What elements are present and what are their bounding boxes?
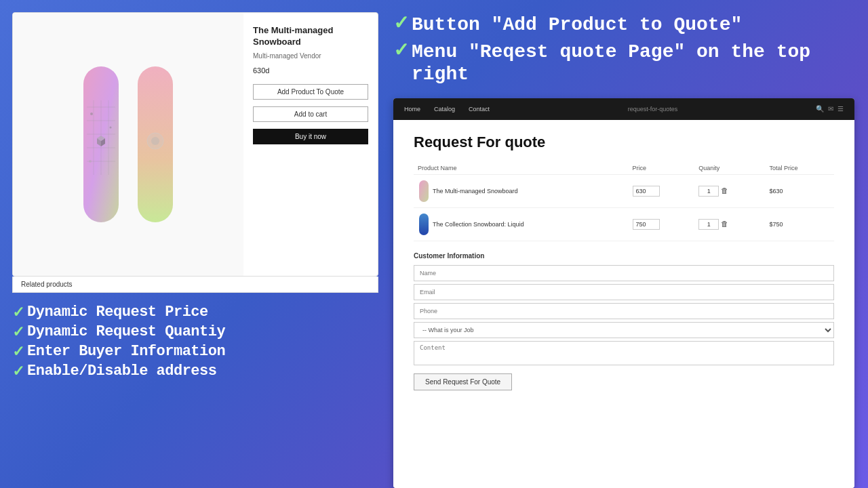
top-checkmark-icon-1: ✓	[393, 14, 409, 33]
top-bullets: ✓ Button "Add Product to Quote" ✓ Menu "…	[393, 14, 854, 86]
checkmark-icon-1: ✓	[12, 305, 24, 320]
table-row-2: The Collection Snowboard: Liquid 🗑 $750	[414, 207, 834, 241]
right-panel: ✓ Button "Add Product to Quote" ✓ Menu "…	[387, 0, 868, 488]
bottom-features-list: ✓ Dynamic Request Price ✓ Dynamic Reques…	[12, 304, 374, 380]
top-checkmark-icon-2: ✓	[393, 41, 409, 60]
product-vendor: Multi-managed Vendor	[253, 52, 368, 60]
send-request-button[interactable]: Send Request For Quote	[414, 373, 512, 390]
rfq-title: Request For quote	[414, 134, 834, 151]
snowboard-2-icon	[131, 53, 180, 236]
customer-info-title: Customer Information	[414, 252, 834, 260]
product-2-total: $750	[766, 207, 835, 241]
feature-item-1: ✓ Dynamic Request Price	[12, 304, 374, 321]
feature-item-4: ✓ Enable/Disable address	[12, 363, 374, 380]
rfq-table: Product Name Price Quanity Total Price	[414, 162, 834, 241]
rfq-nav: Home Catalog Contact request-for-quotes …	[393, 98, 854, 120]
product-2-cell: The Collection Snowboard: Liquid	[414, 207, 629, 241]
name-input[interactable]	[414, 265, 834, 281]
col-header-price: Price	[629, 162, 695, 175]
product-1-qty-input[interactable]	[698, 186, 719, 197]
email-input[interactable]	[414, 284, 834, 300]
related-products-bar: Related products	[12, 277, 378, 293]
feature-text-1: Dynamic Request Price	[27, 304, 208, 321]
svg-point-12	[90, 113, 93, 115]
related-products-label: Related products	[21, 281, 73, 288]
top-bullet-1: ✓ Button "Add Product to Quote"	[393, 14, 854, 37]
svg-point-14	[89, 160, 92, 163]
col-header-product-name: Product Name	[414, 162, 629, 175]
product-2-qty-cell: 🗑	[694, 207, 765, 241]
rfq-nav-contact: Contact	[469, 106, 490, 113]
product-2-name: The Collection Snowboard: Liquid	[433, 221, 524, 228]
svg-rect-18	[419, 180, 429, 202]
feature-item-2: ✓ Dynamic Request Quantiy	[12, 323, 374, 340]
product-2-price-input[interactable]	[633, 219, 660, 230]
rfq-nav-url: request-for-quotes	[503, 106, 802, 113]
col-header-total-price: Total Price	[766, 162, 835, 175]
top-bullet-text-2: Menu "Reqest quote Page" on the top righ…	[412, 41, 854, 86]
feature-text-2: Dynamic Request Quantiy	[27, 323, 225, 340]
product-1-price-input[interactable]	[633, 186, 660, 197]
email-icon: ✉	[828, 105, 833, 113]
add-to-cart-button[interactable]: Add to cart	[253, 106, 368, 122]
feature-text-3: Enter Buyer Information	[27, 343, 225, 360]
snowboards-container	[77, 43, 180, 246]
checkmark-icon-2: ✓	[12, 325, 24, 340]
content-textarea[interactable]	[414, 341, 834, 365]
buy-it-now-button[interactable]: Buy it now	[253, 129, 368, 144]
rfq-nav-icons: 🔍 ✉ ☰	[816, 105, 844, 113]
checkmark-icon-3: ✓	[12, 344, 24, 359]
product-1-price-cell	[629, 174, 695, 207]
feature-text-4: Enable/Disable address	[27, 363, 216, 380]
product-2-thumbnail	[418, 212, 430, 237]
product-2-delete-icon[interactable]: 🗑	[721, 220, 728, 228]
product-1-total: $630	[766, 174, 835, 207]
product-card-screenshot: The Multi-managed Snowboard Multi-manage…	[12, 12, 378, 277]
rfq-nav-catalog: Catalog	[434, 106, 455, 113]
product-image-area	[13, 13, 243, 276]
phone-input[interactable]	[414, 303, 834, 319]
product-1-thumbnail	[418, 179, 430, 203]
product-2-qty-input[interactable]	[698, 219, 719, 230]
job-select[interactable]: -- What is your Job	[414, 322, 834, 338]
checkmark-icon-4: ✓	[12, 364, 24, 379]
svg-point-17	[151, 137, 159, 145]
svg-rect-19	[419, 214, 429, 235]
col-header-quantity: Quanity	[694, 162, 765, 175]
rfq-body: Request For quote Product Name Price Qua…	[393, 120, 854, 488]
top-bullet-2: ✓ Menu "Reqest quote Page" on the top ri…	[393, 41, 854, 86]
product-2-price-cell	[629, 207, 695, 241]
rfq-nav-home: Home	[404, 106, 420, 113]
product-card-details: The Multi-managed Snowboard Multi-manage…	[243, 13, 378, 276]
feature-item-3: ✓ Enter Buyer Information	[12, 343, 374, 360]
product-1-cell: The Multi-managed Snowboard	[414, 174, 629, 207]
svg-point-13	[110, 127, 112, 129]
rfq-screenshot: Home Catalog Contact request-for-quotes …	[393, 98, 854, 488]
product-1-name: The Multi-managed Snowboard	[433, 188, 518, 195]
add-product-to-quote-button[interactable]: Add Product To Quote	[253, 84, 368, 100]
table-row-1: The Multi-managed Snowboard 🗑 $630	[414, 174, 834, 207]
top-bullet-text-1: Button "Add Product to Quote"	[412, 14, 742, 37]
search-icon: 🔍	[816, 105, 824, 113]
product-1-qty-cell: 🗑	[694, 174, 765, 207]
product-title: The Multi-managed Snowboard	[253, 25, 368, 48]
product-1-delete-icon[interactable]: 🗑	[721, 186, 728, 195]
snowboard-1-icon	[77, 53, 125, 236]
menu-icon: ☰	[837, 105, 844, 113]
left-panel: The Multi-managed Snowboard Multi-manage…	[0, 0, 387, 488]
product-price: 630d	[253, 66, 368, 75]
